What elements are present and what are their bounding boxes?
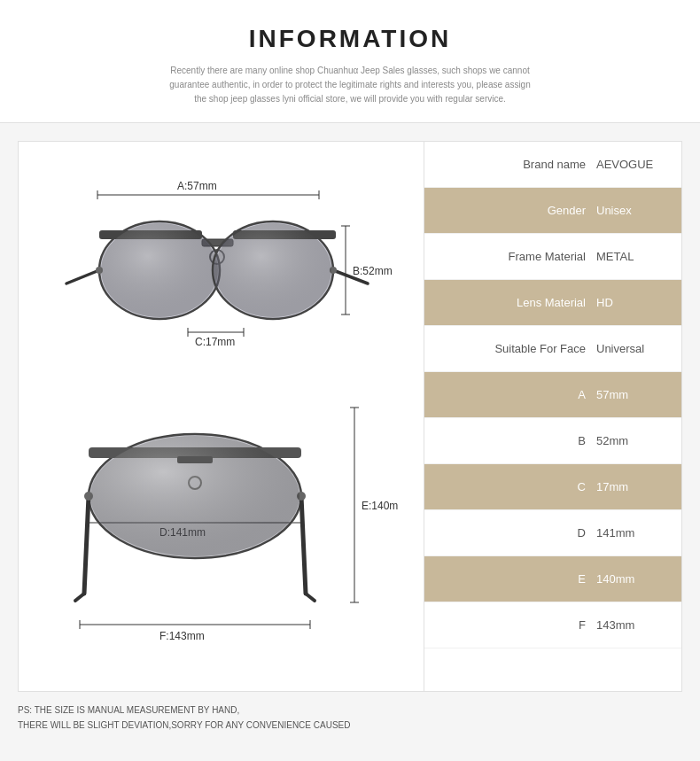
page-wrapper: INFORMATION Recently there are many onli… bbox=[0, 0, 700, 761]
left-panel: A:57mm B:52mm C:17mm bbox=[19, 142, 424, 691]
spec-row: B52mm bbox=[424, 418, 681, 464]
spec-key: Gender bbox=[439, 204, 596, 217]
spec-value: AEVOGUE bbox=[596, 158, 667, 171]
spec-key: F bbox=[439, 618, 596, 632]
spec-row: Lens MaterialHD bbox=[424, 280, 681, 326]
spec-row: GenderUnisex bbox=[424, 188, 681, 234]
spec-key: D bbox=[439, 526, 596, 540]
spec-value: Universal bbox=[596, 342, 667, 355]
svg-line-38 bbox=[84, 496, 89, 594]
page-title: INFORMATION bbox=[18, 25, 682, 53]
spec-value: METAL bbox=[596, 250, 667, 263]
spec-value: Unisex bbox=[596, 204, 667, 217]
diagrams: A:57mm B:52mm C:17mm bbox=[27, 159, 415, 673]
spec-key: B bbox=[439, 434, 596, 447]
side-glasses-svg: E:140mm D:141mm F:143mm bbox=[44, 381, 399, 656]
svg-text:A:57mm: A:57mm bbox=[177, 180, 217, 192]
spec-value: 52mm bbox=[596, 434, 667, 447]
main-content: A:57mm B:52mm C:17mm bbox=[18, 141, 682, 692]
spec-row: C17mm bbox=[424, 464, 681, 510]
svg-line-18 bbox=[66, 270, 99, 283]
disclaimer-text: Recently there are many online shop Chua… bbox=[164, 64, 536, 106]
spec-value: 141mm bbox=[596, 526, 667, 540]
footer-note: PS: THE SIZE IS MANUAL MEASUREMENT BY HA… bbox=[0, 692, 700, 743]
front-view-diagram: A:57mm B:52mm C:17mm bbox=[27, 168, 415, 372]
svg-text:E:140mm: E:140mm bbox=[362, 500, 399, 512]
svg-line-40 bbox=[75, 594, 84, 601]
spec-row: Frame MaterialMETAL bbox=[424, 234, 681, 280]
svg-point-22 bbox=[101, 223, 218, 317]
spec-key: Frame Material bbox=[439, 250, 596, 263]
svg-rect-46 bbox=[177, 456, 213, 463]
specs-container: Brand nameAEVOGUEGenderUnisexFrame Mater… bbox=[424, 142, 681, 648]
svg-line-41 bbox=[306, 594, 315, 601]
front-glasses-svg: A:57mm B:52mm C:17mm bbox=[44, 168, 399, 363]
spec-value: 17mm bbox=[596, 480, 667, 493]
svg-text:C:17mm: C:17mm bbox=[195, 336, 235, 348]
footer-line1: PS: THE SIZE IS MANUAL MEASUREMENT BY HA… bbox=[18, 703, 682, 718]
footer-line2: THERE WILL BE SLIGHT DEVIATION,SORRY FOR… bbox=[18, 718, 682, 733]
spec-key: Brand name bbox=[439, 158, 596, 171]
svg-point-45 bbox=[90, 436, 299, 556]
svg-point-23 bbox=[214, 223, 331, 317]
spec-value: 57mm bbox=[596, 388, 667, 401]
svg-text:F:143mm: F:143mm bbox=[159, 630, 205, 642]
spec-key: C bbox=[439, 480, 596, 493]
spec-row: E140mm bbox=[424, 556, 681, 602]
svg-line-39 bbox=[301, 496, 306, 594]
spec-key: E bbox=[439, 572, 596, 586]
spec-row: F143mm bbox=[424, 602, 681, 648]
spec-key: Suitable For Face bbox=[439, 342, 596, 355]
spec-row: Brand nameAEVOGUE bbox=[424, 142, 681, 188]
spec-value: 140mm bbox=[596, 572, 667, 586]
spec-row: D141mm bbox=[424, 510, 681, 556]
svg-text:B:52mm: B:52mm bbox=[353, 265, 393, 277]
spec-value: HD bbox=[596, 296, 667, 309]
side-view-diagram: E:140mm D:141mm F:143mm bbox=[27, 381, 415, 664]
right-panel: Brand nameAEVOGUEGenderUnisexFrame Mater… bbox=[424, 142, 681, 691]
header-section: INFORMATION Recently there are many onli… bbox=[0, 0, 700, 123]
spec-row: A57mm bbox=[424, 372, 681, 418]
spec-value: 143mm bbox=[596, 618, 667, 632]
spec-key: A bbox=[439, 388, 596, 401]
spec-key: Lens Material bbox=[439, 296, 596, 309]
spec-row: Suitable For FaceUniversal bbox=[424, 326, 681, 372]
